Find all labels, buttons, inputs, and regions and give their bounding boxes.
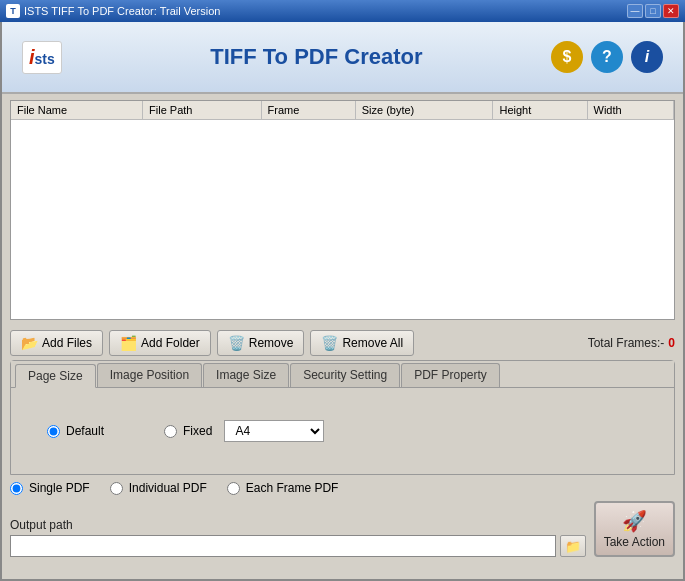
logo-area: ists — [22, 41, 62, 74]
col-frame: Frame — [261, 101, 355, 120]
tabs-container: Page Size Image Position Image Size Secu… — [10, 360, 675, 475]
remove-all-label: Remove All — [342, 336, 403, 350]
output-path-label: Output path — [10, 518, 586, 532]
individual-pdf-radio[interactable] — [110, 482, 123, 495]
remove-all-button[interactable]: 🗑️ Remove All — [310, 330, 414, 356]
close-button[interactable]: ✕ — [663, 4, 679, 18]
tab-image-size[interactable]: Image Size — [203, 363, 289, 387]
toolbar: 📂 Add Files 🗂️ Add Folder 🗑️ Remove 🗑️ R… — [2, 326, 683, 360]
title-bar: T ISTS TIFF To PDF Creator: Trail Versio… — [0, 0, 685, 22]
col-size: Size (byte) — [355, 101, 493, 120]
total-frames-area: Total Frames:- 0 — [588, 336, 675, 350]
info-icon[interactable]: i — [631, 41, 663, 73]
output-path-input-row: 📁 — [10, 535, 586, 557]
app-icon: T — [6, 4, 20, 18]
fixed-radio[interactable] — [164, 425, 177, 438]
bottom-section: Single PDF Individual PDF Each Frame PDF… — [2, 475, 683, 557]
each-frame-pdf-radio[interactable] — [227, 482, 240, 495]
file-table-container: File Name File Path Frame Size (byte) He… — [10, 100, 675, 320]
total-frames-label: Total Frames:- — [588, 336, 665, 350]
add-folder-icon: 🗂️ — [120, 335, 137, 351]
output-section: Output path 📁 — [10, 518, 586, 557]
col-height: Height — [493, 101, 587, 120]
tabs-header: Page Size Image Position Image Size Secu… — [11, 361, 674, 387]
total-frames-count: 0 — [668, 336, 675, 350]
take-action-icon: 🚀 — [622, 509, 647, 533]
add-files-label: Add Files — [42, 336, 92, 350]
page-size-dropdown[interactable]: A4 A3 Letter Legal — [224, 420, 324, 442]
single-pdf-text: Single PDF — [29, 481, 90, 495]
tab-page-size[interactable]: Page Size — [15, 364, 96, 388]
folder-icon: 📁 — [565, 539, 581, 554]
each-frame-pdf-text: Each Frame PDF — [246, 481, 339, 495]
take-action-label: Take Action — [604, 535, 665, 549]
output-path-input[interactable] — [10, 535, 556, 557]
default-radio-label[interactable]: Default — [47, 424, 104, 438]
single-pdf-label[interactable]: Single PDF — [10, 481, 90, 495]
tab-content-page-size: Default Fixed A4 A3 Letter Legal — [11, 387, 674, 474]
help-icon[interactable]: ? — [591, 41, 623, 73]
fixed-radio-label[interactable]: Fixed — [164, 424, 212, 438]
remove-button[interactable]: 🗑️ Remove — [217, 330, 305, 356]
default-label: Default — [66, 424, 104, 438]
file-table: File Name File Path Frame Size (byte) He… — [11, 101, 674, 120]
minimize-button[interactable]: — — [627, 4, 643, 18]
page-size-options: Default Fixed A4 A3 Letter Legal — [27, 400, 658, 462]
add-files-icon: 📂 — [21, 335, 38, 351]
browse-button[interactable]: 📁 — [560, 535, 586, 557]
single-pdf-radio[interactable] — [10, 482, 23, 495]
col-filename: File Name — [11, 101, 143, 120]
logo-box: ists — [22, 41, 62, 74]
remove-label: Remove — [249, 336, 294, 350]
col-filepath: File Path — [143, 101, 262, 120]
add-folder-label: Add Folder — [141, 336, 200, 350]
each-frame-pdf-label[interactable]: Each Frame PDF — [227, 481, 339, 495]
tab-pdf-property[interactable]: PDF Property — [401, 363, 500, 387]
individual-pdf-label[interactable]: Individual PDF — [110, 481, 207, 495]
window-title: ISTS TIFF To PDF Creator: Trail Version — [24, 5, 220, 17]
app-header: ists TIFF To PDF Creator $ ? i — [2, 22, 683, 94]
take-action-button[interactable]: 🚀 Take Action — [594, 501, 675, 557]
add-files-button[interactable]: 📂 Add Files — [10, 330, 103, 356]
dollar-icon[interactable]: $ — [551, 41, 583, 73]
remove-all-icon: 🗑️ — [321, 335, 338, 351]
remove-icon: 🗑️ — [228, 335, 245, 351]
window-controls[interactable]: — □ ✕ — [627, 4, 679, 18]
main-window: ists TIFF To PDF Creator $ ? i File Name… — [0, 22, 685, 581]
default-radio[interactable] — [47, 425, 60, 438]
header-icons: $ ? i — [551, 41, 663, 73]
app-title: TIFF To PDF Creator — [82, 44, 551, 70]
add-folder-button[interactable]: 🗂️ Add Folder — [109, 330, 211, 356]
fixed-label: Fixed — [183, 424, 212, 438]
maximize-button[interactable]: □ — [645, 4, 661, 18]
tab-image-position[interactable]: Image Position — [97, 363, 202, 387]
individual-pdf-text: Individual PDF — [129, 481, 207, 495]
logo-sts: sts — [35, 51, 55, 67]
tab-security-setting[interactable]: Security Setting — [290, 363, 400, 387]
col-width: Width — [587, 101, 673, 120]
pdf-output-options: Single PDF Individual PDF Each Frame PDF — [10, 481, 675, 495]
output-path-row-container: Output path 📁 🚀 Take Action — [10, 501, 675, 557]
